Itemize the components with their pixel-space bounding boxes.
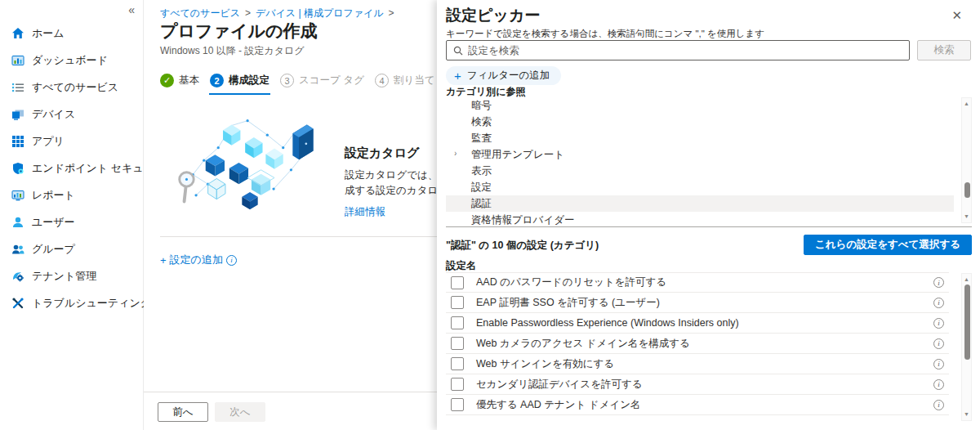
category-scrollbar[interactable]: ▲ ▼	[961, 97, 972, 223]
dashboard-icon	[11, 53, 24, 67]
sidebar-item-groups[interactable]: グループ	[0, 235, 143, 262]
content-divider	[160, 236, 437, 237]
step-check-icon: ✓	[160, 74, 174, 87]
select-all-settings-button[interactable]: これらの設定をすべて選択する	[804, 235, 972, 255]
category-audit[interactable]: 監査	[446, 130, 954, 146]
home-icon	[11, 26, 24, 40]
breadcrumb-separator: >	[389, 7, 394, 19]
setting-row[interactable]: Web カメラのアクセス ドメイン名を構成する i	[446, 334, 949, 354]
sidebar-item-label: レポート	[32, 188, 75, 203]
settings-catalog-illustration	[170, 113, 330, 216]
info-icon[interactable]: i	[933, 400, 944, 410]
step-basics[interactable]: ✓ 基本	[160, 74, 199, 87]
sidebar-item-dashboard[interactable]: ダッシュボード	[0, 47, 143, 74]
scrollbar-thumb[interactable]	[964, 284, 970, 360]
checkbox[interactable]	[451, 316, 464, 329]
sidebar-item-label: デバイス	[32, 107, 75, 122]
breadcrumb-all-services[interactable]: すべてのサービス	[160, 7, 240, 19]
checkbox[interactable]	[451, 296, 464, 309]
info-icon[interactable]: i	[933, 298, 944, 308]
scroll-up-icon[interactable]: ▲	[962, 100, 971, 108]
sidebar-item-home[interactable]: ホーム	[0, 20, 143, 47]
step-configuration-settings[interactable]: 2 構成設定	[210, 74, 270, 87]
add-settings-link[interactable]: + 設定の追加 i	[160, 253, 237, 267]
sidebar-item-apps[interactable]: アプリ	[0, 128, 143, 155]
sidebar-collapse-icon[interactable]: «	[128, 3, 135, 16]
catalog-description: 設定カタログでは、構成す 成する設定のカタログを参	[345, 168, 437, 199]
groups-icon	[11, 242, 24, 256]
sidebar-item-troubleshooting[interactable]: トラブルシューティング + サポート	[0, 289, 143, 316]
more-options-icon[interactable]: ⋯	[278, 25, 291, 38]
checkbox[interactable]	[451, 337, 464, 350]
sidebar-item-label: ホーム	[32, 26, 65, 41]
info-icon[interactable]: i	[933, 338, 944, 349]
checkbox[interactable]	[451, 378, 464, 391]
category-search[interactable]: 検索	[446, 114, 954, 130]
scroll-down-icon[interactable]: ▼	[962, 213, 971, 221]
settings-scrollbar[interactable]: ▲ ▼	[961, 273, 972, 421]
breadcrumb-config-profiles[interactable]: デバイス | 構成プロファイル	[256, 7, 384, 19]
sidebar-item-endpoint-security[interactable]: エンドポイント セキュリティ	[0, 155, 143, 181]
category-crypto[interactable]: 暗号	[446, 97, 954, 114]
sidebar-item-all-services[interactable]: すべてのサービス	[0, 74, 143, 101]
sidebar: « ホーム ダッシュボード すべてのサービス デバイス アプリ エンドポイント …	[0, 0, 144, 430]
setting-row[interactable]: Web サインインを有効にする i	[446, 354, 949, 374]
category-authentication[interactable]: 認証	[446, 195, 954, 212]
checkbox[interactable]	[451, 357, 464, 370]
info-icon[interactable]: i	[933, 379, 944, 390]
info-icon[interactable]: i	[226, 255, 237, 266]
panel-subtitle: キーワードで設定を検索する場合は、検索語句間にコンマ "," を使用します	[446, 28, 764, 40]
previous-button[interactable]: 前へ	[158, 402, 208, 422]
step-number: 3	[280, 74, 294, 87]
scroll-down-icon[interactable]: ▼	[962, 410, 971, 419]
setting-row[interactable]: AAD のパスワードのリセットを許可する i	[446, 272, 949, 293]
settings-list: AAD のパスワードのリセットを許可する i EAP 証明書 SSO を許可する…	[446, 272, 972, 421]
close-icon[interactable]: ✕	[951, 8, 962, 23]
step-label: スコープ タグ	[299, 74, 364, 87]
step-assignments[interactable]: 4 割り当て	[375, 74, 435, 87]
category-settings[interactable]: 設定	[446, 179, 954, 195]
step-number: 4	[375, 74, 389, 87]
search-input[interactable]	[468, 45, 909, 56]
checkbox[interactable]	[451, 276, 464, 289]
category-admin-templates[interactable]: ›管理用テンプレート	[446, 146, 954, 163]
category-display[interactable]: 表示	[446, 163, 954, 179]
plus-icon: +	[160, 254, 167, 267]
step-scope-tags[interactable]: 3 スコープ タグ	[280, 74, 364, 87]
setting-name-column-header: 設定名	[446, 259, 477, 273]
sidebar-item-users[interactable]: ユーザー	[0, 208, 143, 235]
sidebar-item-label: ユーザー	[32, 215, 75, 230]
settings-picker-panel: 設定ピッカー ✕ キーワードで設定を検索する場合は、検索語句間にコンマ "," …	[437, 0, 980, 430]
next-button[interactable]: 次へ	[215, 402, 265, 422]
setting-row[interactable]: 優先する AAD テナント ドメイン名 i	[446, 395, 949, 415]
endpoint-security-icon	[11, 161, 24, 175]
catalog-heading: 設定カタログ	[345, 146, 437, 161]
setting-row[interactable]: EAP 証明書 SSO を許可する (ユーザー) i	[446, 293, 949, 313]
learn-more-link[interactable]: 詳細情報	[345, 205, 385, 219]
step-label: 構成設定	[229, 74, 270, 87]
search-icon	[453, 46, 463, 56]
sidebar-item-devices[interactable]: デバイス	[0, 101, 143, 128]
sidebar-item-tenant-admin[interactable]: テナント管理	[0, 262, 143, 289]
sidebar-item-label: ダッシュボード	[32, 53, 108, 68]
setting-row[interactable]: Enable Passwordless Experience (Windows …	[446, 313, 949, 334]
breadcrumb-separator: >	[245, 7, 251, 19]
sidebar-item-label: テナント管理	[32, 269, 96, 284]
info-icon[interactable]: i	[933, 318, 944, 329]
chevron-right-icon[interactable]: ›	[454, 148, 457, 158]
category-list: 暗号 検索 監査 ›管理用テンプレート 表示 設定 認証 資格情報プロバイダー …	[446, 97, 972, 225]
info-icon[interactable]: i	[933, 359, 944, 370]
sidebar-item-reports[interactable]: レポート	[0, 181, 143, 208]
checkbox[interactable]	[451, 398, 464, 411]
scrollbar-thumb[interactable]	[964, 182, 970, 198]
add-filter-button[interactable]: + フィルターの追加	[446, 66, 561, 85]
category-credential-providers[interactable]: 資格情報プロバイダー	[446, 212, 954, 225]
search-button[interactable]: 検索	[917, 40, 971, 60]
info-icon[interactable]: i	[933, 277, 944, 288]
magnifier-icon	[180, 172, 194, 202]
wizard-footer: 前へ 次へ	[144, 392, 437, 430]
troubleshooting-icon	[11, 296, 24, 310]
plus-icon: +	[454, 69, 461, 82]
setting-row[interactable]: セカンダリ認証デバイスを許可する i	[446, 374, 949, 395]
scroll-up-icon[interactable]: ▲	[962, 275, 971, 284]
